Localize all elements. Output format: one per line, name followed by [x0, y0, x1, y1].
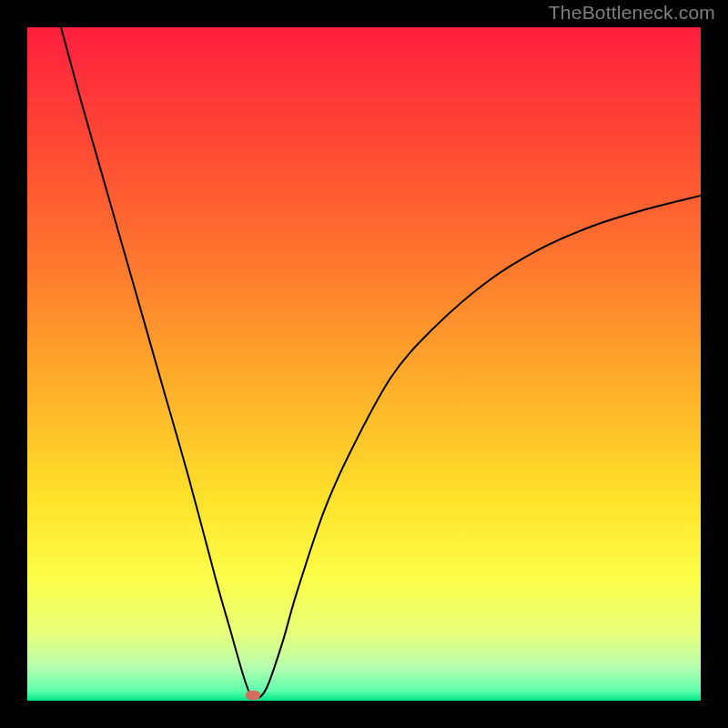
plot-area	[27, 27, 701, 701]
gradient-background	[27, 27, 701, 701]
chart-frame: TheBottleneck.com	[0, 0, 728, 728]
watermark-text: TheBottleneck.com	[549, 2, 715, 24]
min-marker	[246, 691, 260, 700]
chart-svg	[27, 27, 701, 701]
